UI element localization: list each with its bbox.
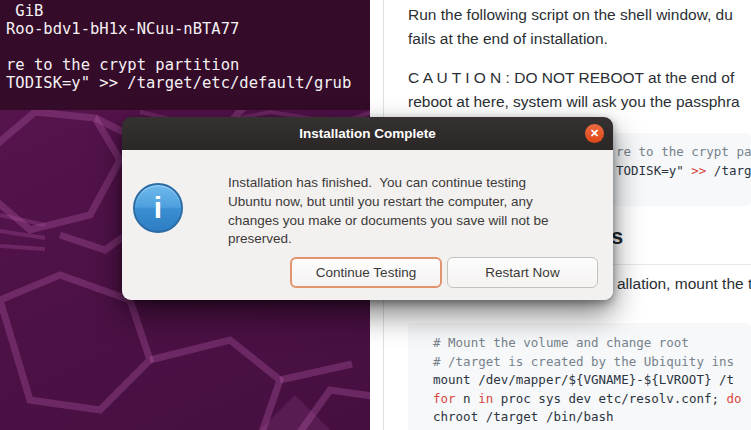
terminal-line <box>6 38 370 56</box>
terminal-line: Roo-bdv1-bH1x-NCuu-nBTA77 <box>6 20 370 38</box>
code-line: TODISK=y" >> /targ <box>616 162 751 181</box>
desktop: GiBRoo-bdv1-bH1x-NCuu-nBTA77 re to the c… <box>0 0 751 430</box>
info-icon: i <box>133 183 183 233</box>
code-segment: TODISK=y" <box>616 163 691 178</box>
code-segment: # Mount the volume and change root <box>433 335 689 350</box>
code-segment: for <box>433 391 456 406</box>
code-block-grub-lines: re to the crypt paTODISK=y" >> /targ <box>616 143 751 180</box>
dialog-body: i Installation has finished. You can con… <box>122 150 613 300</box>
dialog-title: Installation Complete <box>299 126 436 141</box>
code-segment: /targ <box>706 163 751 178</box>
code-line: for n in proc sys dev etc/resolv.conf; d… <box>433 390 742 409</box>
doc-paragraph-line: fails at the end of installation. <box>408 29 608 49</box>
code-segment: chroot /target /bin/bash <box>433 409 614 424</box>
terminal-line: TODISK=y" >> /target/etc/default/grub <box>6 74 370 92</box>
code-block-chroot-lines: # Mount the volume and change root# /tar… <box>433 334 742 427</box>
code-line: mount /dev/mapper/${VGNAME}-${LVROOT} /t <box>433 371 742 390</box>
code-segment: re to the crypt pa <box>616 144 751 159</box>
code-segment: mount /dev/mapper/${VGNAME}-${LVROOT} /t <box>433 372 734 387</box>
dialog-titlebar[interactable]: Installation Complete ✕ <box>122 117 613 150</box>
code-line: # /target is created by the Ubiquity ins <box>433 353 742 372</box>
code-line: # Mount the volume and change root <box>433 334 742 353</box>
installation-complete-dialog: Installation Complete ✕ i Installation h… <box>122 117 613 300</box>
terminal-window[interactable]: GiBRoo-bdv1-bH1x-NCuu-nBTA77 re to the c… <box>0 0 370 110</box>
doc-paragraph-fragment: allation, mount the ta <box>617 274 751 294</box>
restart-now-button[interactable]: Restart Now <box>447 257 598 288</box>
code-segment: # /target is created by the Ubiquity ins <box>433 354 734 369</box>
continue-testing-button[interactable]: Continue Testing <box>290 257 442 288</box>
code-line: chroot /target /bin/bash <box>433 408 742 427</box>
code-segment: n <box>456 391 479 406</box>
code-segment: >> <box>691 163 706 178</box>
dialog-message: Installation has finished. You can conti… <box>228 174 580 249</box>
code-segment: proc sys dev etc/resolv.conf; <box>493 391 726 406</box>
terminal-line: GiB <box>6 2 370 20</box>
doc-caution-line: reboot at here, system will ask you the … <box>408 92 740 112</box>
code-segment: in <box>478 391 493 406</box>
terminal-line: re to the crypt partition <box>6 56 370 74</box>
doc-caution-line: C A U T I O N : DO NOT REBOOT at the end… <box>408 68 734 88</box>
doc-paragraph-line: Run the following script on the shell wi… <box>408 5 733 25</box>
code-line: re to the crypt pa <box>616 143 751 162</box>
code-segment: do <box>727 391 742 406</box>
close-icon[interactable]: ✕ <box>585 124 604 143</box>
